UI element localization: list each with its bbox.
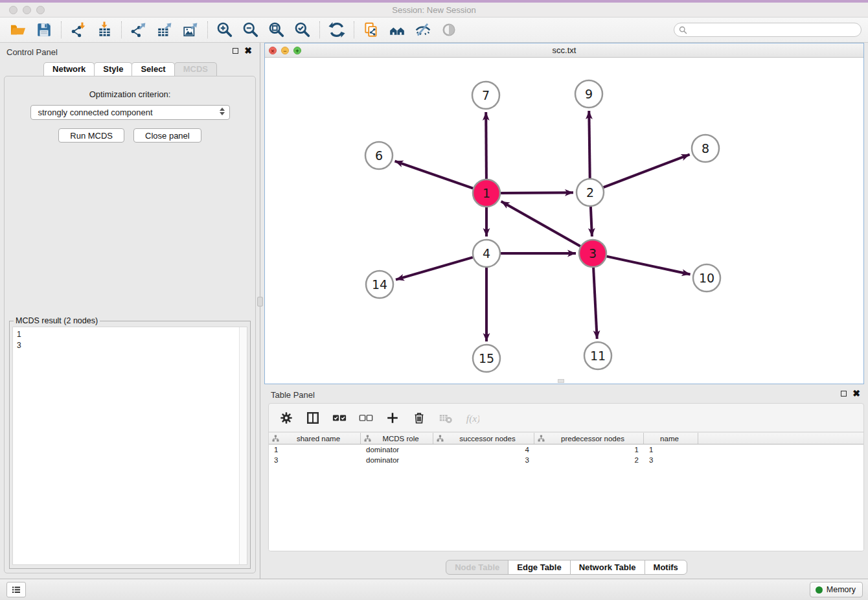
tab-network-table[interactable]: Network Table	[570, 560, 645, 575]
splitter-grip[interactable]	[257, 297, 263, 306]
table-cell[interactable]: 3	[644, 455, 698, 465]
refresh-layout-button[interactable]	[324, 19, 350, 40]
graph-node-14[interactable]: 14	[366, 271, 393, 298]
graph-edge-2-3[interactable]	[591, 207, 592, 237]
control-panel-tabs: NetworkStyleSelectMCDS	[0, 62, 260, 76]
table-cell[interactable]: 1	[644, 444, 698, 455]
table-cell[interactable]: 3	[269, 455, 361, 465]
table-panel-header: Table Panel ✖	[264, 386, 868, 402]
tree-icon	[364, 435, 371, 442]
column-header-MCDS-role[interactable]: MCDS role	[361, 433, 433, 444]
graph-edge-3-11[interactable]	[593, 268, 597, 339]
network-scroll-grip[interactable]	[558, 379, 564, 383]
tab-network[interactable]: Network	[43, 62, 95, 76]
search-icon	[679, 26, 687, 34]
import-table-icon	[96, 21, 113, 38]
import-table-button[interactable]	[91, 19, 117, 40]
export-network-button[interactable]	[126, 19, 152, 40]
tab-style[interactable]: Style	[94, 62, 132, 76]
tab-mcds[interactable]: MCDS	[174, 62, 217, 76]
graph-edge-3-1[interactable]	[501, 202, 580, 246]
graph-edge-1-7[interactable]	[486, 112, 486, 179]
zoom-out-icon	[242, 21, 259, 38]
table-cell[interactable]: 4	[433, 444, 534, 455]
delete-row-button[interactable]	[409, 408, 429, 428]
float-table-panel-icon[interactable]	[841, 391, 847, 397]
table-cell[interactable]: 1	[534, 444, 644, 455]
export-image-button[interactable]	[177, 19, 203, 40]
close-table-panel-icon[interactable]: ✖	[852, 390, 860, 397]
svg-text:3: 3	[589, 246, 597, 260]
graph-edge-2-8[interactable]	[604, 154, 690, 187]
open-session-button[interactable]	[5, 19, 31, 40]
run-mcds-button[interactable]: Run MCDS	[58, 128, 124, 143]
column-header-name[interactable]: name	[644, 433, 698, 444]
show-columns-button[interactable]	[303, 408, 323, 428]
svg-text:9: 9	[585, 87, 593, 101]
result-scrollbar[interactable]	[239, 327, 247, 564]
zoom-out-button[interactable]	[238, 19, 264, 40]
tab-motifs[interactable]: Motifs	[645, 560, 687, 575]
show-all-button[interactable]	[436, 19, 462, 40]
save-session-button[interactable]	[31, 19, 57, 40]
graph-node-3[interactable]: 3	[579, 240, 606, 267]
delete-row-icon	[412, 411, 426, 425]
graph-node-1[interactable]: 1	[473, 179, 500, 207]
graph-edge-4-14[interactable]	[396, 257, 473, 280]
hide-selected-button[interactable]	[410, 19, 436, 40]
import-network-button[interactable]	[65, 19, 91, 40]
export-table-button[interactable]	[152, 19, 177, 40]
table-cell[interactable]: 2	[534, 455, 644, 465]
tab-node-table[interactable]: Node Table	[446, 560, 508, 575]
svg-text:15: 15	[479, 351, 494, 365]
graph-node-9[interactable]: 9	[575, 80, 602, 108]
svg-text:1: 1	[483, 186, 490, 200]
table-cell[interactable]: 1	[269, 444, 361, 455]
close-panel-button[interactable]: Close panel	[133, 128, 201, 143]
clone-network-button[interactable]	[358, 19, 384, 40]
criterion-select[interactable]: strongly connected component	[30, 105, 230, 120]
graph-node-2[interactable]: 2	[577, 179, 604, 206]
graph-node-8[interactable]: 8	[692, 135, 719, 162]
column-header-successor-nodes[interactable]: successor nodes	[433, 433, 534, 444]
table-row[interactable]: 1dominator411	[269, 444, 863, 455]
graph-edge-1-2[interactable]	[501, 192, 573, 193]
unselect-all-button[interactable]	[356, 408, 376, 428]
graph-edge-2-9[interactable]	[589, 111, 589, 178]
graph-node-11[interactable]: 11	[584, 342, 611, 369]
graph-node-4[interactable]: 4	[473, 240, 500, 267]
column-header-shared-name[interactable]: shared name	[269, 433, 361, 444]
graph-node-7[interactable]: 7	[472, 82, 499, 109]
table-row[interactable]: 3dominator323	[269, 455, 863, 465]
select-all-button[interactable]	[330, 408, 349, 428]
mcds-result-text[interactable]: 13	[12, 327, 247, 565]
tab-select[interactable]: Select	[131, 62, 174, 76]
search-input[interactable]	[690, 24, 861, 36]
function-builder-icon: f(x)	[465, 411, 479, 425]
first-neighbors-button[interactable]	[384, 19, 410, 40]
graph-node-10[interactable]: 10	[693, 264, 720, 292]
zoom-fit-button[interactable]	[264, 19, 290, 40]
float-panel-icon[interactable]	[233, 48, 238, 54]
column-header-predecessor-nodes[interactable]: predecessor nodes	[534, 433, 644, 444]
graph-edge-1-6[interactable]	[395, 161, 474, 189]
zoom-in-button[interactable]	[212, 19, 238, 40]
table-cell[interactable]: 3	[433, 455, 534, 465]
table-cell[interactable]: dominator	[361, 455, 433, 465]
table-cell[interactable]: dominator	[361, 444, 433, 455]
tab-edge-table[interactable]: Edge Table	[508, 560, 570, 575]
table-settings-button[interactable]	[277, 408, 296, 428]
add-row-button[interactable]	[383, 408, 402, 428]
task-history-button[interactable]	[6, 582, 26, 597]
add-row-icon	[385, 411, 400, 425]
svg-text:11: 11	[590, 349, 606, 363]
zoom-selected-button[interactable]	[290, 19, 315, 40]
graph-node-15[interactable]: 15	[473, 345, 500, 372]
memory-button[interactable]: Memory	[810, 582, 863, 597]
graph-edge-3-10[interactable]	[607, 257, 691, 275]
show-all-icon	[440, 21, 457, 38]
graph-node-6[interactable]: 6	[365, 142, 393, 169]
delete-table-icon	[439, 411, 453, 425]
network-canvas[interactable]: 7968124314101511	[265, 58, 863, 384]
close-panel-icon[interactable]: ✖	[244, 47, 252, 54]
